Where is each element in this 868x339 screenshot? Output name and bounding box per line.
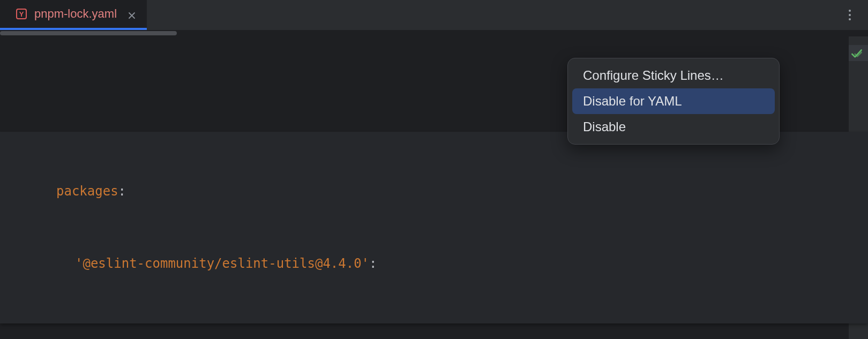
menu-disable-for-yaml[interactable]: Disable for YAML: [572, 88, 775, 114]
menu-configure-sticky-lines[interactable]: Configure Sticky Lines…: [572, 63, 775, 88]
yaml-file-icon: Y: [16, 9, 27, 19]
sticky-line-2[interactable]: '@eslint-community/eslint-utils@4.4.0':: [0, 251, 868, 276]
yaml-colon: :: [369, 252, 377, 275]
tab-filename: pnpm-lock.yaml: [34, 7, 117, 21]
file-tab[interactable]: Y pnpm-lock.yaml: [0, 0, 147, 30]
yaml-key: '@eslint-community/eslint-utils@4.4.0': [75, 252, 369, 275]
yaml-colon: :: [118, 179, 126, 203]
menu-disable[interactable]: Disable: [572, 114, 775, 140]
sticky-scroll-region[interactable]: packages: '@eslint-community/eslint-util…: [0, 132, 868, 323]
tab-bar: Y pnpm-lock.yaml: [0, 0, 868, 30]
validation-checkmark-icon[interactable]: [850, 47, 864, 64]
horizontal-scroll-indicator[interactable]: [0, 30, 868, 36]
yaml-key: packages: [56, 179, 118, 203]
close-tab-icon[interactable]: [128, 9, 137, 19]
sticky-line-1[interactable]: packages:: [0, 179, 868, 204]
sticky-lines-context-menu: Configure Sticky Lines… Disable for YAML…: [567, 58, 780, 145]
more-options-icon[interactable]: [843, 9, 856, 21]
